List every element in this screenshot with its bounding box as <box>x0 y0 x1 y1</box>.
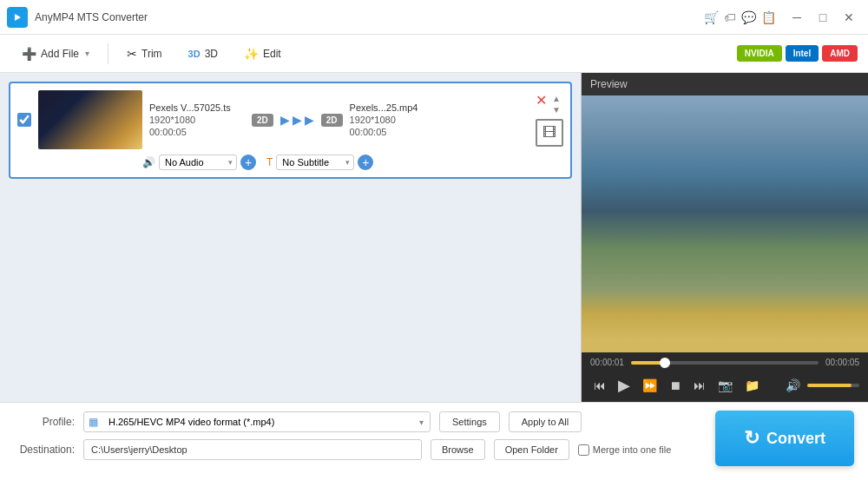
source-res: 1920*1080 <box>149 115 245 125</box>
close-button[interactable]: ✕ <box>837 5 861 30</box>
3d-icon: 3D <box>188 49 201 59</box>
file-source: Pexels V...57025.ts 1920*1080 00:00:05 <box>149 102 245 137</box>
subtitle-select[interactable]: No Subtitle <box>276 155 354 170</box>
main-area: Pexels V...57025.ts 1920*1080 00:00:05 2… <box>0 73 868 402</box>
feedback-icon[interactable]: 📋 <box>761 10 776 24</box>
add-file-button[interactable]: ➕ Add File <box>10 42 101 66</box>
file-item: Pexels V...57025.ts 1920*1080 00:00:05 2… <box>9 82 572 179</box>
convert-button[interactable]: ↻ Convert <box>715 411 854 466</box>
destination-label: Destination: <box>14 444 75 456</box>
skip-start-button[interactable]: ⏮ <box>590 377 609 394</box>
file-list-panel: Pexels V...57025.ts 1920*1080 00:00:05 2… <box>0 73 582 402</box>
preview-controls: 00:00:01 00:00:05 ⏮ ▶ ⏩ ⏹ ⏭ 📷 📁 🔊 <box>582 352 868 402</box>
skip-end-button[interactable]: ⏭ <box>690 377 709 394</box>
title-bar: AnyMP4 MTS Converter 🛒 🏷 💬 📋 ─ □ ✕ <box>0 0 868 35</box>
open-folder-button[interactable]: Open Folder <box>494 439 569 460</box>
open-folder-preview-button[interactable]: 📁 <box>741 377 763 394</box>
play-button[interactable]: ▶ <box>615 374 634 397</box>
volume-icon[interactable]: 🔊 <box>782 377 804 394</box>
badge-2d-right: 2D <box>321 114 343 127</box>
toolbar: ➕ Add File ✂ Trim 3D 3D ✨ Edit NVIDIA In… <box>0 35 868 73</box>
dest-dur: 00:00:05 <box>350 127 445 137</box>
restore-button[interactable]: □ <box>811 5 835 30</box>
badge-2d-left: 2D <box>252 114 273 127</box>
destination-input[interactable] <box>83 439 422 460</box>
volume-fill <box>807 384 852 387</box>
audio-icon: 🔊 <box>142 156 155 168</box>
total-time: 00:00:05 <box>825 358 859 367</box>
nvidia-badge: NVIDIA <box>737 45 782 62</box>
source-name: Pexels V...57025.ts <box>149 102 245 113</box>
trim-label: Trim <box>141 48 162 60</box>
tag-icon[interactable]: 🏷 <box>724 10 736 24</box>
apply-all-button[interactable]: Apply to All <box>509 411 582 432</box>
volume-area: 🔊 <box>782 377 859 394</box>
add-audio-button[interactable]: + <box>240 155 256 170</box>
add-subtitle-button[interactable]: + <box>358 155 373 170</box>
edit-icon: ✨ <box>244 47 259 61</box>
merge-checkbox[interactable] <box>578 444 589 456</box>
film-settings-icon[interactable]: 🎞 <box>536 119 563 147</box>
edit-label: Edit <box>263 48 281 60</box>
settings-button[interactable]: Settings <box>439 411 500 432</box>
trim-button[interactable]: ✂ Trim <box>115 42 174 66</box>
arrow-icon-1: ▶ <box>280 113 290 127</box>
arrow-icon-2: ▶ <box>293 113 302 127</box>
subtitle-select-group: T No Subtitle + <box>266 155 373 170</box>
dest-name: Pexels...25.mp4 <box>350 102 445 113</box>
file-checkbox[interactable] <box>17 113 31 127</box>
timeline-thumb <box>660 358 670 368</box>
convert-arrows: ▶ ▶ ▶ <box>280 113 314 127</box>
add-file-label: Add File <box>41 48 79 60</box>
toolbar-divider-1 <box>108 43 108 64</box>
volume-bar[interactable] <box>807 384 859 387</box>
fast-forward-button[interactable]: ⏩ <box>639 377 661 394</box>
preview-header: Preview <box>582 73 868 95</box>
minimize-button[interactable]: ─ <box>785 5 809 30</box>
app-logo <box>7 7 28 28</box>
preview-timeline: 00:00:01 00:00:05 <box>590 358 859 367</box>
screenshot-button[interactable]: 📷 <box>714 377 736 394</box>
audio-select[interactable]: No Audio <box>159 155 237 170</box>
preview-panel: Preview 00:00:01 00:00:05 ⏮ ▶ ⏩ ⏹ ⏭ 📷 � <box>582 73 868 402</box>
edit-button[interactable]: ✨ Edit <box>233 42 293 66</box>
amd-badge: AMD <box>822 45 858 62</box>
subtitle-icon: T <box>266 156 273 168</box>
3d-label: 3D <box>205 48 218 60</box>
item-close-button[interactable]: ✕ <box>536 94 547 108</box>
trim-icon: ✂ <box>127 47 137 61</box>
convert-section: ↻ Convert <box>715 411 854 466</box>
scroll-down-button[interactable]: ▼ <box>550 105 562 115</box>
audio-select-group: 🔊 No Audio + <box>142 155 256 170</box>
3d-button[interactable]: 3D 3D <box>177 43 229 65</box>
chat-icon[interactable]: 💬 <box>741 10 756 24</box>
preview-buttons: ⏮ ▶ ⏩ ⏹ ⏭ 📷 📁 🔊 <box>590 374 859 397</box>
file-thumbnail <box>38 90 142 149</box>
scroll-up-button[interactable]: ▲ <box>550 94 562 104</box>
cart-icon[interactable]: 🛒 <box>704 10 719 24</box>
convert-label: Convert <box>766 430 825 448</box>
gpu-badges: NVIDIA Intel AMD <box>737 45 858 62</box>
browse-button[interactable]: Browse <box>431 439 485 460</box>
dest-res: 1920*1080 <box>350 115 445 125</box>
file-dest: Pexels...25.mp4 1920*1080 00:00:05 <box>350 102 445 137</box>
merge-label[interactable]: Merge into one file <box>578 444 672 456</box>
subtitle-select-wrapper: No Subtitle <box>276 155 354 170</box>
profile-label: Profile: <box>14 416 75 428</box>
arrow-icon-3: ▶ <box>305 113 314 127</box>
title-bar-icons: 🛒 🏷 💬 📋 <box>704 10 776 24</box>
app-title: AnyMP4 MTS Converter <box>35 11 704 23</box>
profile-select-wrapper: ▦ H.265/HEVC MP4 video format (*.mp4) <box>83 411 431 432</box>
current-time: 00:00:01 <box>590 358 624 367</box>
stop-button[interactable]: ⏹ <box>666 377 685 394</box>
profile-select[interactable]: H.265/HEVC MP4 video format (*.mp4) <box>83 411 431 432</box>
audio-select-wrapper: No Audio <box>159 155 237 170</box>
file-item-bottom: 🔊 No Audio + T No Subtitle <box>17 155 563 170</box>
scroll-buttons: ▲ ▼ <box>550 94 562 115</box>
timeline-bar[interactable] <box>631 361 819 365</box>
source-dur: 00:00:05 <box>149 127 245 137</box>
file-info-row: Pexels V...57025.ts 1920*1080 00:00:05 2… <box>149 102 529 137</box>
window-controls: ─ □ ✕ <box>785 5 861 30</box>
preview-video <box>582 95 868 352</box>
intel-badge: Intel <box>786 45 819 62</box>
